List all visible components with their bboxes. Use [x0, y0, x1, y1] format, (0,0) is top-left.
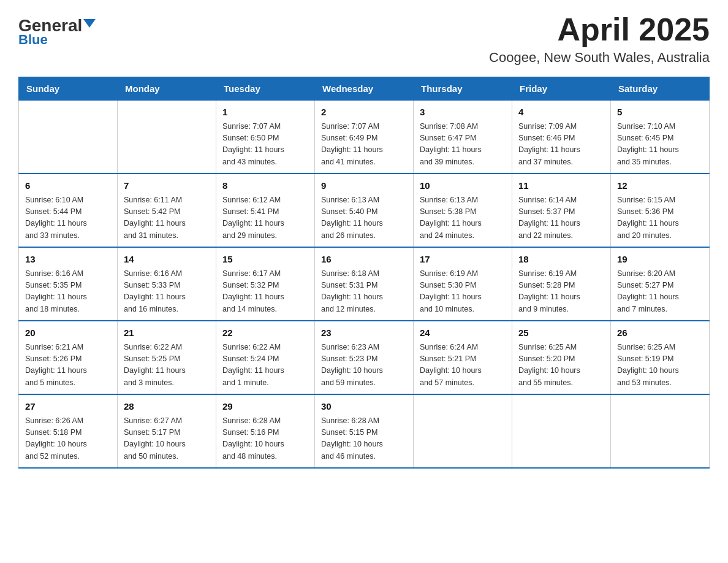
day-number: 29	[222, 400, 308, 414]
table-row: 13Sunrise: 6:16 AMSunset: 5:35 PMDayligh…	[19, 247, 118, 321]
day-number: 14	[124, 253, 210, 267]
table-row: 30Sunrise: 6:28 AMSunset: 5:15 PMDayligh…	[315, 394, 414, 468]
day-number: 15	[222, 253, 308, 267]
day-number: 21	[124, 326, 210, 340]
day-number: 27	[25, 400, 111, 414]
table-row: 1Sunrise: 7:07 AMSunset: 6:50 PMDaylight…	[216, 101, 315, 174]
day-number: 28	[124, 400, 210, 414]
table-row	[512, 394, 611, 468]
table-row: 5Sunrise: 7:10 AMSunset: 6:45 PMDaylight…	[611, 101, 710, 174]
table-row: 17Sunrise: 6:19 AMSunset: 5:30 PMDayligh…	[414, 247, 512, 321]
calendar-header-row: Sunday Monday Tuesday Wednesday Thursday…	[19, 77, 710, 101]
day-info: Sunrise: 6:13 AMSunset: 5:40 PMDaylight:…	[321, 194, 407, 242]
table-row: 22Sunrise: 6:22 AMSunset: 5:24 PMDayligh…	[216, 321, 315, 394]
day-info: Sunrise: 6:15 AMSunset: 5:36 PMDaylight:…	[617, 194, 703, 242]
day-number: 6	[25, 179, 111, 193]
day-info: Sunrise: 6:19 AMSunset: 5:30 PMDaylight:…	[420, 268, 506, 316]
table-row	[118, 101, 216, 174]
day-number: 3	[420, 105, 506, 120]
day-info: Sunrise: 6:21 AMSunset: 5:26 PMDaylight:…	[25, 342, 111, 389]
logo-text-blue: Blue	[18, 32, 48, 48]
table-row: 21Sunrise: 6:22 AMSunset: 5:25 PMDayligh…	[118, 321, 216, 394]
table-row: 10Sunrise: 6:13 AMSunset: 5:38 PMDayligh…	[414, 174, 512, 247]
day-number: 11	[518, 179, 604, 193]
day-number: 9	[321, 179, 407, 193]
table-row: 7Sunrise: 6:11 AMSunset: 5:42 PMDaylight…	[118, 174, 216, 247]
table-row: 8Sunrise: 6:12 AMSunset: 5:41 PMDaylight…	[216, 174, 315, 247]
col-monday: Monday	[118, 77, 216, 101]
table-row: 28Sunrise: 6:27 AMSunset: 5:17 PMDayligh…	[118, 394, 216, 468]
calendar-table: Sunday Monday Tuesday Wednesday Thursday…	[18, 77, 710, 469]
table-row: 16Sunrise: 6:18 AMSunset: 5:31 PMDayligh…	[315, 247, 414, 321]
day-number: 1	[222, 105, 308, 120]
day-info: Sunrise: 6:14 AMSunset: 5:37 PMDaylight:…	[518, 194, 604, 242]
page-title: April 2025	[489, 12, 710, 47]
day-number: 13	[25, 253, 111, 267]
day-info: Sunrise: 6:11 AMSunset: 5:42 PMDaylight:…	[124, 194, 210, 242]
day-info: Sunrise: 7:07 AMSunset: 6:49 PMDaylight:…	[321, 121, 407, 169]
table-row: 3Sunrise: 7:08 AMSunset: 6:47 PMDaylight…	[414, 101, 512, 174]
table-row: 2Sunrise: 7:07 AMSunset: 6:49 PMDaylight…	[315, 101, 414, 174]
day-number: 20	[25, 326, 111, 340]
table-row: 6Sunrise: 6:10 AMSunset: 5:44 PMDaylight…	[19, 174, 118, 247]
day-info: Sunrise: 6:23 AMSunset: 5:23 PMDaylight:…	[321, 342, 407, 389]
table-row	[414, 394, 512, 468]
day-info: Sunrise: 6:13 AMSunset: 5:38 PMDaylight:…	[420, 194, 506, 242]
day-info: Sunrise: 6:20 AMSunset: 5:27 PMDaylight:…	[617, 268, 703, 316]
day-info: Sunrise: 6:27 AMSunset: 5:17 PMDaylight:…	[124, 415, 210, 463]
day-info: Sunrise: 6:22 AMSunset: 5:24 PMDaylight:…	[222, 342, 308, 389]
day-info: Sunrise: 6:10 AMSunset: 5:44 PMDaylight:…	[25, 194, 111, 242]
day-number: 24	[420, 326, 506, 340]
col-tuesday: Tuesday	[216, 77, 315, 101]
calendar-week-row: 6Sunrise: 6:10 AMSunset: 5:44 PMDaylight…	[19, 174, 710, 247]
day-info: Sunrise: 6:18 AMSunset: 5:31 PMDaylight:…	[321, 268, 407, 316]
table-row: 26Sunrise: 6:25 AMSunset: 5:19 PMDayligh…	[611, 321, 710, 394]
day-number: 12	[617, 179, 703, 193]
table-row	[19, 101, 118, 174]
col-saturday: Saturday	[611, 77, 710, 101]
table-row: 4Sunrise: 7:09 AMSunset: 6:46 PMDaylight…	[512, 101, 611, 174]
day-info: Sunrise: 6:25 AMSunset: 5:20 PMDaylight:…	[518, 342, 604, 389]
day-number: 4	[518, 105, 604, 120]
day-number: 23	[321, 326, 407, 340]
calendar-week-row: 1Sunrise: 7:07 AMSunset: 6:50 PMDaylight…	[19, 101, 710, 174]
day-info: Sunrise: 6:22 AMSunset: 5:25 PMDaylight:…	[124, 342, 210, 389]
col-sunday: Sunday	[19, 77, 118, 101]
table-row: 12Sunrise: 6:15 AMSunset: 5:36 PMDayligh…	[611, 174, 710, 247]
calendar-week-row: 27Sunrise: 6:26 AMSunset: 5:18 PMDayligh…	[19, 394, 710, 468]
day-info: Sunrise: 6:28 AMSunset: 5:15 PMDaylight:…	[321, 415, 407, 463]
day-number: 17	[420, 253, 506, 267]
day-info: Sunrise: 6:28 AMSunset: 5:16 PMDaylight:…	[222, 415, 308, 463]
day-number: 19	[617, 253, 703, 267]
logo-triangle-icon	[83, 19, 96, 28]
table-row: 19Sunrise: 6:20 AMSunset: 5:27 PMDayligh…	[611, 247, 710, 321]
day-info: Sunrise: 6:26 AMSunset: 5:18 PMDaylight:…	[25, 415, 111, 463]
calendar-week-row: 13Sunrise: 6:16 AMSunset: 5:35 PMDayligh…	[19, 247, 710, 321]
day-number: 2	[321, 105, 407, 120]
table-row	[611, 394, 710, 468]
title-area: April 2025 Coogee, New South Wales, Aust…	[489, 12, 710, 66]
day-info: Sunrise: 6:24 AMSunset: 5:21 PMDaylight:…	[420, 342, 506, 389]
col-thursday: Thursday	[414, 77, 512, 101]
day-info: Sunrise: 6:25 AMSunset: 5:19 PMDaylight:…	[617, 342, 703, 389]
day-number: 25	[518, 326, 604, 340]
table-row: 29Sunrise: 6:28 AMSunset: 5:16 PMDayligh…	[216, 394, 315, 468]
logo: General Blue	[18, 12, 96, 48]
table-row: 20Sunrise: 6:21 AMSunset: 5:26 PMDayligh…	[19, 321, 118, 394]
col-friday: Friday	[512, 77, 611, 101]
day-number: 10	[420, 179, 506, 193]
day-info: Sunrise: 7:09 AMSunset: 6:46 PMDaylight:…	[518, 121, 604, 169]
day-info: Sunrise: 6:17 AMSunset: 5:32 PMDaylight:…	[222, 268, 308, 316]
day-number: 30	[321, 400, 407, 414]
table-row: 24Sunrise: 6:24 AMSunset: 5:21 PMDayligh…	[414, 321, 512, 394]
page-subtitle: Coogee, New South Wales, Australia	[489, 50, 710, 66]
col-wednesday: Wednesday	[315, 77, 414, 101]
table-row: 25Sunrise: 6:25 AMSunset: 5:20 PMDayligh…	[512, 321, 611, 394]
calendar-week-row: 20Sunrise: 6:21 AMSunset: 5:26 PMDayligh…	[19, 321, 710, 394]
day-number: 8	[222, 179, 308, 193]
day-number: 22	[222, 326, 308, 340]
day-number: 18	[518, 253, 604, 267]
day-number: 7	[124, 179, 210, 193]
table-row: 14Sunrise: 6:16 AMSunset: 5:33 PMDayligh…	[118, 247, 216, 321]
page-header: General Blue April 2025 Coogee, New Sout…	[18, 12, 710, 66]
